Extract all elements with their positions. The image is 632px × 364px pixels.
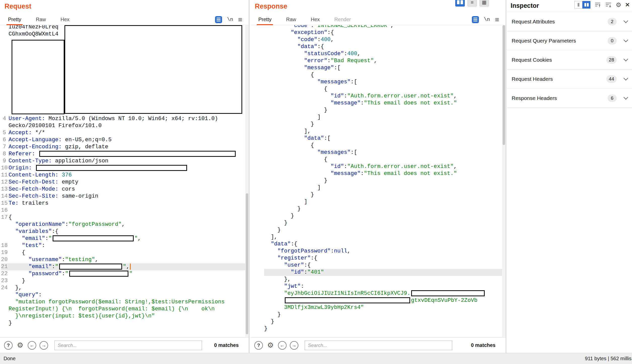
scrollbar-thumb[interactable] <box>246 193 248 334</box>
single-column-view-icon[interactable] <box>574 1 582 9</box>
code-line[interactable]: 3MDlfjx3mzwL39ybHp2Krs4" <box>264 304 506 311</box>
chevron-down-icon[interactable] <box>623 95 628 99</box>
code-line[interactable]: "email":"", <box>1 235 249 242</box>
chevron-down-icon[interactable] <box>623 76 628 80</box>
search-settings-gear-icon[interactable]: ⚙ <box>16 342 24 349</box>
code-line[interactable]: } <box>264 191 506 198</box>
code-line[interactable]: "exception":{ <box>264 29 506 36</box>
request-scrollbar[interactable] <box>245 25 249 337</box>
code-line[interactable]: } <box>264 318 506 325</box>
code-line[interactable]: ] <box>264 198 506 205</box>
inspector-settings-gear-icon[interactable]: ⚙ <box>616 2 621 8</box>
code-line[interactable]: 20 "username":"testing", <box>1 256 249 263</box>
hamburger-menu-icon[interactable]: ≡ <box>238 16 242 23</box>
code-line[interactable]: } <box>264 205 506 212</box>
code-line[interactable]: } <box>1 320 249 327</box>
search-settings-gear-icon[interactable]: ⚙ <box>266 342 275 349</box>
code-line[interactable]: } <box>264 107 506 114</box>
chevron-down-icon[interactable] <box>623 18 628 23</box>
code-line[interactable]: 14Sec-Fetch-Site: same-origin <box>1 193 249 200</box>
code-line[interactable]: "error":"Bad Request", <box>264 57 506 64</box>
response-scrollbar[interactable] <box>502 25 506 337</box>
help-icon[interactable]: ? <box>4 341 13 350</box>
inspector-section-request-headers[interactable]: Request Headers 44 <box>507 69 632 89</box>
response-code[interactable]: "code":"INTERNAL_SERVER_ERROR", "excepti… <box>250 25 506 332</box>
scrollbar-thumb[interactable] <box>503 25 505 145</box>
code-line[interactable]: 22 "password":"" <box>1 270 249 277</box>
tab-raw[interactable]: Raw <box>286 17 296 22</box>
code-line[interactable]: "id":"Auth.form.error.user.not-exist", <box>264 163 506 170</box>
code-line[interactable]: 21 "email":"", <box>1 263 249 270</box>
inspector-section-request-query-parameters[interactable]: Request Query Parameters 0 <box>507 31 632 50</box>
previous-match-button[interactable]: ← <box>28 341 36 350</box>
help-icon[interactable]: ? <box>254 341 263 350</box>
code-line[interactable]: "data":{ <box>264 241 506 248</box>
code-line[interactable]: 7Accept-Encoding: gzip, deflate <box>1 143 249 151</box>
code-line[interactable]: 11Content-Length: 376 <box>1 172 249 179</box>
code-line[interactable]: "messages":[ <box>264 149 506 156</box>
code-line[interactable]: "message":"This email does not exist." <box>264 170 506 177</box>
code-line[interactable]: "messages":[ <box>264 79 506 86</box>
expand-all-icon[interactable] <box>605 2 612 8</box>
request-editor[interactable]: Iuz04fNezF0LreqCGhxmOoQ8WXmtL44User-Agen… <box>0 25 249 337</box>
code-line[interactable]: 17{ <box>1 214 249 221</box>
code-line[interactable]: "query": <box>1 292 249 299</box>
code-line[interactable]: { <box>264 86 506 93</box>
code-line[interactable]: 8Referer: <box>1 151 249 158</box>
code-line[interactable]: "variables":{ <box>1 228 249 235</box>
tab-hex[interactable]: Hex <box>60 17 69 22</box>
code-line[interactable]: } <box>264 121 506 128</box>
code-line[interactable]: 4User-Agent: Mozilla/5.0 (Windows NT 10.… <box>1 115 249 122</box>
code-line[interactable]: ] <box>264 114 506 121</box>
code-line[interactable]: { <box>264 71 506 79</box>
code-line[interactable]: "code":"INTERNAL_SERVER_ERROR", <box>264 25 506 29</box>
collapse-all-icon[interactable] <box>594 2 601 8</box>
code-line[interactable]: "id":"Auth.form.error.user.not-exist", <box>264 93 506 100</box>
next-match-button[interactable]: → <box>290 341 298 350</box>
code-line[interactable]: 6Accept-Language: en-US,en;q=0.5 <box>1 136 249 143</box>
code-line[interactable]: } <box>264 177 506 184</box>
code-line[interactable]: "message":[ <box>264 64 506 71</box>
code-line[interactable]: 10Origin: <box>1 165 249 172</box>
next-match-button[interactable]: → <box>40 341 48 350</box>
code-line[interactable]: 5Accept: */* <box>1 129 249 136</box>
code-line[interactable]: "eyJhbGciOiJIUzI1NiIsInR5cCI6IkpXVCJ9. <box>264 290 506 297</box>
code-line[interactable]: 15Te: trailers <box>1 200 249 207</box>
code-line[interactable]: Gecko/20100101 Firefox/101.0 <box>1 122 249 129</box>
code-line[interactable]: "id":"401" <box>264 269 506 276</box>
response-editor[interactable]: "code":"INTERNAL_SERVER_ERROR", "excepti… <box>250 25 506 337</box>
code-line[interactable]: 23 } <box>1 277 249 284</box>
tab-pretty[interactable]: Pretty <box>8 17 21 22</box>
tab-pretty[interactable]: Pretty <box>258 17 271 22</box>
request-search-input[interactable] <box>54 341 202 350</box>
code-line[interactable]: 24 }, <box>1 284 249 292</box>
code-line[interactable]: "forgotPassword":null, <box>264 248 506 255</box>
show-newlines-button[interactable]: \n <box>227 17 233 22</box>
code-line[interactable]: "user":{ <box>264 262 506 269</box>
syntax-highlight-icon[interactable] <box>472 16 479 23</box>
chevron-down-icon[interactable] <box>623 57 628 61</box>
grid-layout-icon[interactable]: ▦ <box>479 0 489 7</box>
code-line[interactable]: } <box>264 311 506 318</box>
code-line[interactable]: ] <box>264 184 506 191</box>
code-line[interactable]: 12Sec-Fetch-Dest: empty <box>1 179 249 186</box>
tab-render[interactable]: Render <box>334 17 351 22</box>
code-line[interactable]: "data":[ <box>264 135 506 142</box>
code-line[interactable]: "code":400, <box>264 36 506 43</box>
code-line[interactable]: 9Content-Type: application/json <box>1 158 249 165</box>
code-line[interactable]: 19 { <box>1 249 249 256</box>
code-line[interactable]: gtxvDEqnSVuPbY-2ZoVb <box>264 297 506 304</box>
tab-raw[interactable]: Raw <box>36 17 46 22</box>
rows-layout-icon[interactable]: ≡ <box>467 0 477 7</box>
tab-hex[interactable]: Hex <box>311 17 320 22</box>
code-line[interactable]: ], <box>264 234 506 241</box>
split-view-icon[interactable] <box>582 1 590 9</box>
show-newlines-button[interactable]: \n <box>484 17 490 22</box>
code-line[interactable]: } <box>264 227 506 234</box>
code-line[interactable]: RegisterInput!) {\n forgotPassword(email… <box>1 306 249 313</box>
code-line[interactable]: }, <box>264 276 506 283</box>
code-line[interactable]: "register":{ <box>264 255 506 262</box>
code-line[interactable]: ], <box>264 128 506 135</box>
code-line[interactable]: 16 <box>1 207 249 214</box>
code-line[interactable]: "mutation forgotPassword($email: String!… <box>1 299 249 306</box>
